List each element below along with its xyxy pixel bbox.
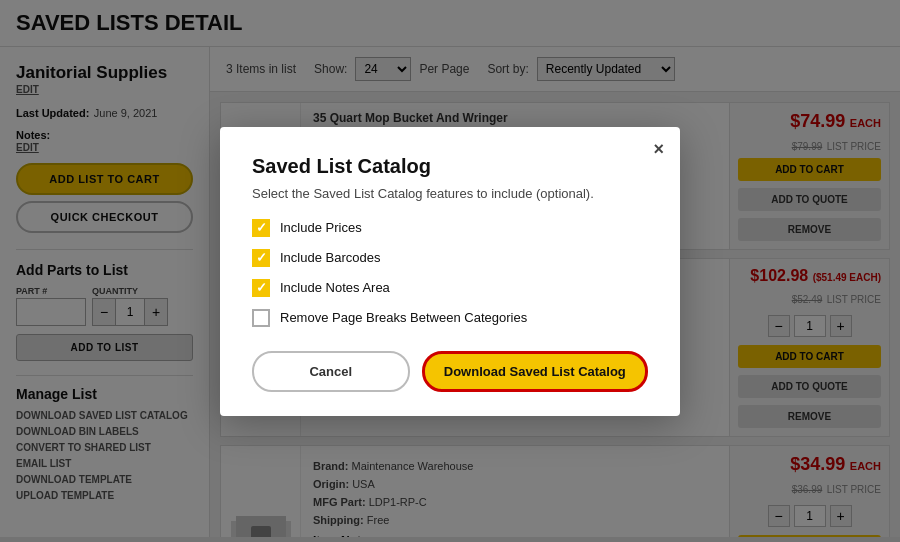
include-barcodes-checkbox[interactable]: ✓ (252, 249, 270, 267)
option-remove-page-breaks-row: Remove Page Breaks Between Categories (252, 309, 648, 327)
include-prices-checkbox[interactable]: ✓ (252, 219, 270, 237)
include-notes-label[interactable]: Include Notes Area (280, 280, 390, 295)
modal-dialog: × Saved List Catalog Select the Saved Li… (220, 127, 680, 416)
remove-page-breaks-checkbox[interactable] (252, 309, 270, 327)
download-catalog-button[interactable]: Download Saved List Catalog (422, 351, 648, 392)
cancel-button[interactable]: Cancel (252, 351, 410, 392)
option-include-barcodes-row: ✓ Include Barcodes (252, 249, 648, 267)
include-notes-checkbox[interactable]: ✓ (252, 279, 270, 297)
modal-overlay[interactable]: × Saved List Catalog Select the Saved Li… (0, 0, 900, 542)
modal-close-button[interactable]: × (653, 139, 664, 160)
include-prices-label[interactable]: Include Prices (280, 220, 362, 235)
option-include-notes-row: ✓ Include Notes Area (252, 279, 648, 297)
option-include-prices-row: ✓ Include Prices (252, 219, 648, 237)
modal-title: Saved List Catalog (252, 155, 648, 178)
modal-subtitle: Select the Saved List Catalog features t… (252, 186, 648, 201)
remove-page-breaks-label[interactable]: Remove Page Breaks Between Categories (280, 310, 527, 325)
include-barcodes-label[interactable]: Include Barcodes (280, 250, 380, 265)
